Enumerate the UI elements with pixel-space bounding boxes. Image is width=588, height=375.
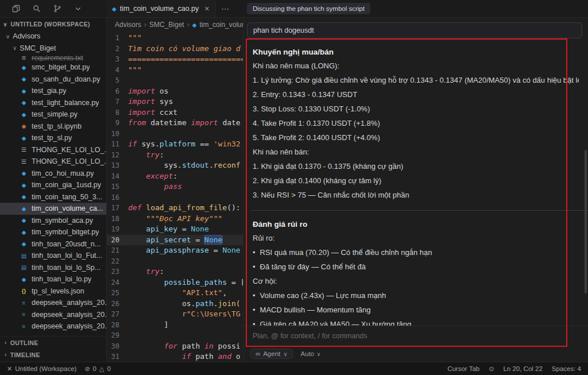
remote-indicator[interactable]: ✕ Untitled (Workspace)	[7, 365, 76, 373]
code-line[interactable]: 28 ]	[107, 320, 243, 331]
code-line[interactable]: 17def load_api_from_file():	[107, 203, 243, 214]
file-tree-item[interactable]: ◆test_tp_sl.py	[0, 132, 106, 144]
file-tree-item[interactable]: ◆so_sanh_du_doan.py	[0, 74, 106, 86]
file-tree-item[interactable]: ◆tim_symbol_aca.py	[0, 215, 106, 227]
chat-scrollbar[interactable]	[585, 150, 587, 293]
file-tree-item[interactable]: ◆tim_coin_tang_50_3...	[0, 191, 106, 203]
code-line[interactable]: 9from datetime import date	[107, 118, 243, 129]
file-tree-item[interactable]: ≡deepseek_analysis_20...	[0, 309, 106, 321]
code-line[interactable]: 13 sys.stdout.reconf	[107, 160, 243, 171]
folder-advisors[interactable]: ∨ Advisors	[0, 30, 106, 42]
code-line[interactable]: 20 api_secret = None	[107, 235, 243, 246]
code-text: ]	[128, 320, 168, 331]
line-number: 3	[107, 54, 119, 65]
file-tree-item[interactable]: ▤tinh_toan_loi_lo_Sp...	[0, 262, 106, 274]
outline-panel-header[interactable]: › OUTLINE	[0, 337, 106, 349]
code-line[interactable]: 11if sys.platform == 'win32	[107, 139, 243, 150]
line-number: 10	[107, 129, 119, 140]
section-divider	[250, 210, 588, 211]
file-tree-item[interactable]: ◆test_gia.py	[0, 85, 106, 97]
code-line[interactable]: 27 r"C:\Users\TG	[107, 309, 243, 320]
indentation-setting[interactable]: Spaces: 4	[552, 365, 581, 372]
file-tree-item[interactable]: ≡deepseek_analysis_20...	[0, 297, 106, 309]
chevron-right-icon: ›	[144, 21, 146, 29]
code-line[interactable]: 16	[107, 192, 243, 203]
file-tree-item[interactable]: ≡deepseek_analysis_20...	[0, 320, 106, 333]
workspace-header[interactable]: ∨ UNTITLED (WORKSPACE)	[0, 18, 106, 30]
code-line[interactable]: 10	[107, 129, 243, 140]
more-actions-icon[interactable]: ⋯	[221, 4, 230, 13]
file-tree-item[interactable]: ◆tim_co_hoi_mua.py	[0, 168, 106, 180]
code-line[interactable]: 3==============================	[107, 54, 243, 65]
folder-smc-biget[interactable]: ∨ SMC_Biget	[0, 42, 106, 55]
cursor-tab-icon[interactable]: ⊙	[489, 365, 494, 373]
file-tree-item[interactable]: ◆test_light_balance.py	[0, 97, 106, 109]
code-line[interactable]: 6import os	[107, 86, 243, 97]
outline-label: OUTLINE	[10, 339, 38, 346]
line-number: 2	[107, 44, 119, 55]
code-line[interactable]: 5	[107, 75, 243, 86]
copy-files-icon[interactable]	[11, 4, 21, 13]
problems-indicator[interactable]: ⊘ 0 △ 0	[84, 365, 111, 373]
python-file-icon: ◆	[20, 76, 28, 82]
file-tree-item[interactable]: ◆tim_coin_volume_ca...	[0, 203, 106, 215]
code-area[interactable]: 1"""2Tìm coin có volume giao d3=========…	[107, 32, 243, 362]
code-line[interactable]: 21 api_passphrase = None	[107, 245, 243, 256]
titlebar-icon-group	[0, 4, 106, 13]
agent-mode-selector[interactable]: ∞ Agent ∨	[250, 349, 293, 359]
file-tree-item[interactable]: ◆tinh_toan_20usdt_n...	[0, 238, 106, 250]
code-text: if sys.platform == 'win32	[128, 139, 241, 150]
search-icon[interactable]	[32, 4, 41, 13]
file-tree-item[interactable]: ◆tinh_toan_loi_lo.py	[0, 273, 106, 285]
line-number: 26	[107, 299, 119, 310]
chat-input[interactable]	[252, 331, 580, 341]
code-line[interactable]: 19 api_key = None	[107, 224, 243, 235]
file-tree-item[interactable]: ◆smc_bitget_bot.py	[0, 61, 106, 74]
code-line[interactable]: 29	[107, 330, 243, 341]
file-tree-item[interactable]: ≣requirements.txt	[0, 54, 106, 61]
file-tree-item[interactable]: ◆tim_symbol_bitget.py	[0, 226, 106, 238]
chat-user-message: phan tich dogeusdt	[247, 22, 582, 38]
file-tree-item[interactable]: ◉test_tp_sl.ipynb	[0, 121, 106, 133]
code-line[interactable]: 4"""	[107, 65, 243, 76]
code-line[interactable]: 30 for path in possi	[107, 341, 243, 352]
file-tree-item[interactable]: ◆test_simple.py	[0, 109, 106, 121]
code-line[interactable]: 14 except:	[107, 171, 243, 182]
app-window: ◆ tim_coin_volume_cao.py × ⋯ Discussing …	[0, 0, 588, 375]
breadcrumb-item[interactable]: SMC_Biget	[149, 21, 184, 29]
file-tree-item[interactable]: ◆tim_coin_gia_1usd.py	[0, 179, 106, 191]
close-icon[interactable]: ×	[204, 4, 209, 13]
code-line[interactable]: 18 """Đọc API key"""	[107, 214, 243, 225]
code-line[interactable]: 24 possible_paths = [	[107, 277, 243, 288]
code-text: sys.stdout.reconf	[128, 160, 241, 171]
file-tree-item[interactable]: ☰THONG_KE_LOI_LO_...	[0, 156, 106, 168]
notebook_alt-file-icon: ▤	[20, 264, 28, 270]
file-tree-item[interactable]: {}tp_sl_levels.json	[0, 285, 106, 297]
chat-response-line: •RSI quá mua (70.20) — Có thể điều chỉnh…	[253, 248, 579, 257]
code-line[interactable]: 7import sys	[107, 96, 243, 107]
code-line[interactable]: 22	[107, 256, 243, 267]
code-line[interactable]: 1"""	[107, 33, 243, 44]
code-line[interactable]: 26 os.path.join(	[107, 299, 243, 310]
editor-tab[interactable]: ◆ tim_coin_volume_cao.py ×	[106, 0, 215, 17]
file-name: deepseek_analysis_20...	[32, 311, 106, 319]
chat-title-badge[interactable]: Discussing the phan tich symbol script	[247, 3, 370, 14]
cursor-position[interactable]: Ln 20, Col 22	[503, 365, 542, 372]
code-line[interactable]: 2Tìm coin có volume giao d	[107, 44, 243, 55]
code-line[interactable]: 23 try:	[107, 266, 243, 277]
git-branch-icon[interactable]	[53, 4, 62, 13]
code-line[interactable]: 25 "API.txt",	[107, 288, 243, 299]
code-line[interactable]: 8import ccxt	[107, 107, 243, 118]
code-line[interactable]: 12 try:	[107, 150, 243, 161]
breadcrumb-item[interactable]: Advisors	[115, 21, 141, 29]
chevron-down-icon[interactable]	[74, 4, 83, 13]
code-line[interactable]: 15 pass	[107, 181, 243, 192]
model-auto-selector[interactable]: Auto ∨	[301, 350, 321, 357]
file-tree-item[interactable]: ▤tinh_toan_loi_lo_Fut...	[0, 250, 106, 262]
timeline-panel-header[interactable]: › TIMELINE	[0, 349, 106, 361]
breadcrumb-item[interactable]: tim_coin_volume_cao.py	[199, 21, 243, 29]
cursor-tab-toggle[interactable]: Cursor Tab	[447, 365, 479, 372]
line-number: 19	[107, 224, 119, 235]
file-tree-item[interactable]: ☰THONG_KE_LOI_LO_...	[0, 144, 106, 156]
code-line[interactable]: 31 if path and o	[107, 351, 243, 362]
